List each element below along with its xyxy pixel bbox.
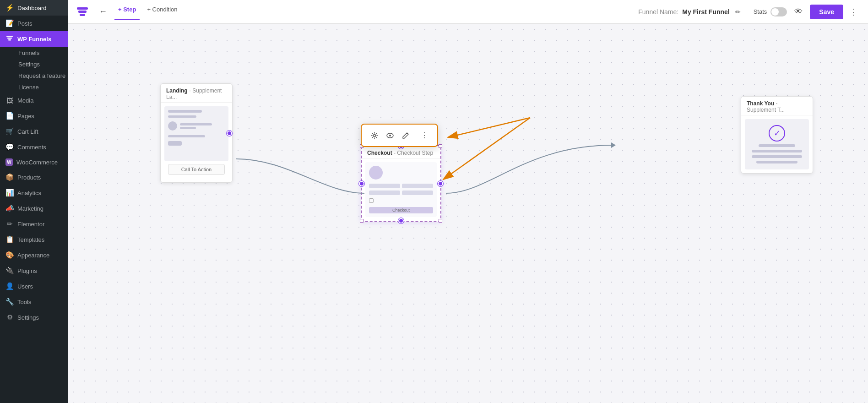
landing-node-content: Call To Action [161,103,232,182]
sidebar-item-users[interactable]: 👤 Users [0,278,68,294]
sidebar-submenu-funnels: Funnels Settings Request a feature Licen… [0,47,68,93]
sidebar-item-tools[interactable]: 🔧 Tools [0,294,68,310]
sidebar-item-license[interactable]: License [13,82,68,93]
landing-right-connector[interactable] [227,131,232,136]
toolbar-settings-button[interactable] [367,129,382,142]
checkout-avatar [369,166,383,180]
plugins-icon: 🔌 [5,267,14,275]
condition-button[interactable]: + Condition [143,3,181,20]
checkout-field-4 [402,191,433,195]
ty-bar-4 [756,161,797,163]
ty-bar-3 [752,155,802,158]
landing-cta: Call To Action [168,164,225,175]
selection-handle-bl [360,219,363,223]
sidebar-item-media[interactable]: 🖼 Media [0,93,68,108]
preview-button[interactable]: 👁 [791,5,806,18]
main-area: ← + Step + Condition Funnel Name: My Fir… [68,0,868,403]
wp-funnels-icon [5,35,14,44]
pages-icon: 📄 [5,112,14,120]
appearance-icon: 🎨 [5,251,14,259]
svg-rect-3 [77,7,88,10]
svg-rect-5 [80,14,85,16]
comments-icon: 💬 [5,143,14,151]
tools-icon: 🔧 [5,298,14,306]
sidebar-item-request-feature[interactable]: Request a feature [13,70,68,82]
stats-toggle[interactable] [770,7,787,16]
thankyou-node-title: Thank You - Supplement T... [741,97,813,115]
save-button[interactable]: Save [810,5,843,19]
media-icon: 🖼 [5,97,14,104]
sidebar-item-plugins[interactable]: 🔌 Plugins [0,263,68,278]
toolbar-preview-button[interactable] [383,129,397,142]
svg-rect-4 [78,11,87,13]
sidebar-item-comments[interactable]: 💬 Comments [0,139,68,155]
dashboard-icon: ⚡ [5,4,14,12]
svg-rect-1 [7,38,12,39]
toolbar-edit-button[interactable] [398,129,413,142]
selection-handle-tr [439,144,442,148]
thankyou-node[interactable]: Thank You - Supplement T... ✓ [741,96,813,174]
checkout-node[interactable]: Checkout - Checkout Step [361,145,441,222]
landing-node-title: Landing - Supplement La... [161,84,232,103]
svg-line-9 [443,118,530,180]
checkout-field-1 [369,184,400,188]
sidebar-item-appearance[interactable]: 🎨 Appearance [0,247,68,263]
svg-point-12 [389,135,391,136]
sidebar-item-settings[interactable]: ⚙ Settings [0,310,68,325]
sidebar-item-wp-funnels[interactable]: WP Funnels [0,31,68,47]
landing-node[interactable]: Landing - Supplement La... [160,83,233,183]
sidebar-item-products[interactable]: 📦 Products [0,169,68,185]
more-options-button[interactable]: ⋮ [847,5,861,19]
ty-bar-1 [759,144,795,147]
sidebar-item-posts[interactable]: 📝 Posts [0,16,68,31]
woocommerce-icon: W [5,158,13,166]
checkout-fields-row-1 [369,184,433,188]
sidebar-item-settings-wp[interactable]: Settings [13,59,68,70]
preview-bar-2 [168,115,196,118]
checkout-right-connector[interactable] [438,181,443,186]
sidebar-item-templates[interactable]: 📋 Templates [0,232,68,247]
cart-lift-icon: 🛒 [5,127,14,136]
svg-rect-2 [8,39,11,41]
sidebar-item-elementor[interactable]: ✏ Elementor [0,216,68,232]
back-button[interactable]: ← [95,5,111,18]
sidebar-item-analytics[interactable]: 📊 Analytics [0,185,68,201]
app-logo [75,5,90,18]
thankyou-preview: ✓ [745,119,809,169]
step-button[interactable]: + Step [114,3,140,20]
preview-bar-1 [168,110,202,113]
templates-icon: 📋 [5,235,14,244]
marketing-icon: 📣 [5,204,14,212]
sidebar: ⚡ Dashboard 📝 Posts WP Funnels Funnels S… [0,0,68,403]
sidebar-item-funnels[interactable]: Funnels [13,47,68,59]
checkout-toolbar: ⋮ [361,124,438,147]
posts-icon: 📝 [5,19,14,27]
selection-handle-br [439,219,442,223]
ty-bar-2 [752,150,802,152]
checkout-checkbox [369,198,374,203]
toolbar-separator [415,131,415,140]
sidebar-item-cart-lift[interactable]: 🛒 Cart Lift [0,124,68,139]
orange-arrows-svg [68,24,868,403]
thankyou-check-icon: ✓ [769,125,785,142]
checkout-field-2 [402,184,433,188]
preview-bar-5 [168,135,205,137]
funnel-name-section: Funnel Name: My First Funnel ✏ [638,6,742,17]
users-icon: 👤 [5,282,14,290]
sidebar-item-pages[interactable]: 📄 Pages [0,108,68,124]
products-icon: 📦 [5,173,14,181]
sidebar-item-marketing[interactable]: 📣 Marketing [0,201,68,216]
checkout-bottom-connector[interactable] [398,218,404,223]
toolbar-more-button[interactable]: ⋮ [417,128,432,142]
stats-label: Stats [754,8,767,15]
svg-line-8 [448,118,530,137]
edit-funnel-name-button[interactable]: ✏ [733,6,743,17]
flow-canvas[interactable]: Landing - Supplement La... [68,24,868,403]
funnel-name-value: My First Funnel [682,8,729,16]
sidebar-item-dashboard[interactable]: ⚡ Dashboard [0,0,68,16]
landing-preview [164,106,228,161]
checkout-submit-btn: Checkout [369,207,433,213]
sidebar-item-woocommerce[interactable]: W WooCommerce [0,155,68,169]
checkout-left-connector[interactable] [359,181,364,186]
preview-bar-3 [180,123,212,125]
